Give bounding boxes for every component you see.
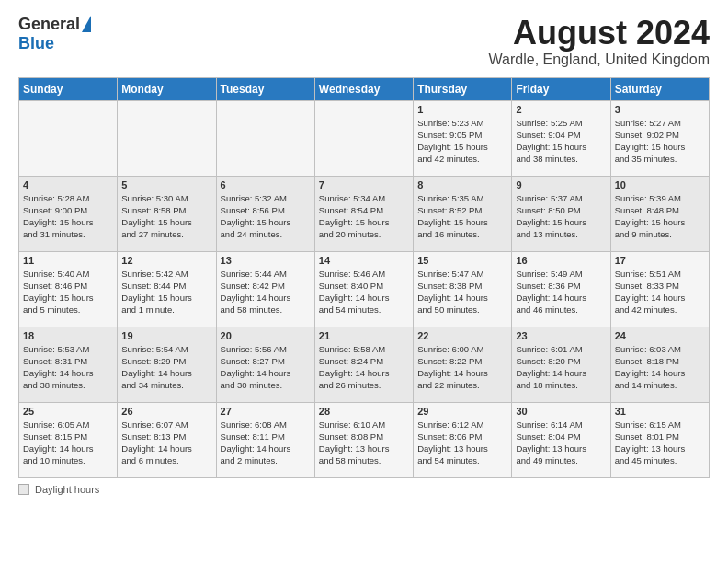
day-info: Sunrise: 5:58 AM Sunset: 8:24 PM Dayligh… [319,343,409,392]
calendar-week-row: 18Sunrise: 5:53 AM Sunset: 8:31 PM Dayli… [19,327,710,402]
day-info: Sunrise: 5:39 AM Sunset: 8:48 PM Dayligh… [615,192,705,241]
calendar-cell: 24Sunrise: 6:03 AM Sunset: 8:18 PM Dayli… [610,327,709,402]
calendar-table: SundayMondayTuesdayWednesdayThursdayFrid… [18,77,710,478]
day-number: 1 [417,104,507,115]
logo-general-text: General [18,15,80,34]
day-info: Sunrise: 5:47 AM Sunset: 8:38 PM Dayligh… [417,268,507,316]
calendar-cell: 14Sunrise: 5:46 AM Sunset: 8:40 PM Dayli… [314,251,413,327]
title-block: August 2024 Wardle, England, United King… [489,15,710,68]
calendar-cell: 20Sunrise: 5:56 AM Sunset: 8:27 PM Dayli… [216,327,314,402]
day-info: Sunrise: 5:44 AM Sunset: 8:42 PM Dayligh… [221,268,311,316]
calendar-cell: 7Sunrise: 5:34 AM Sunset: 8:54 PM Daylig… [314,176,413,251]
location-subtitle: Wardle, England, United Kingdom [489,52,710,68]
day-number: 11 [23,255,113,266]
footer: Daylight hours [18,484,710,495]
day-info: Sunrise: 5:35 AM Sunset: 8:52 PM Dayligh… [417,192,507,241]
calendar-cell: 5Sunrise: 5:30 AM Sunset: 8:58 PM Daylig… [118,176,216,251]
day-number: 7 [319,179,409,190]
day-number: 26 [121,406,211,417]
day-info: Sunrise: 6:07 AM Sunset: 8:13 PM Dayligh… [121,419,211,467]
calendar-cell: 2Sunrise: 5:25 AM Sunset: 9:04 PM Daylig… [512,100,610,176]
calendar-week-row: 4Sunrise: 5:28 AM Sunset: 9:00 PM Daylig… [19,176,710,251]
day-info: Sunrise: 5:25 AM Sunset: 9:04 PM Dayligh… [516,117,606,166]
day-number: 17 [615,255,705,266]
calendar-cell: 19Sunrise: 5:54 AM Sunset: 8:29 PM Dayli… [118,327,216,402]
day-number: 29 [417,406,507,417]
calendar-day-header: Friday [512,77,610,100]
day-number: 6 [221,179,311,190]
calendar-cell: 6Sunrise: 5:32 AM Sunset: 8:56 PM Daylig… [216,176,314,251]
day-number: 9 [516,179,606,190]
day-number: 12 [121,255,211,266]
calendar-day-header: Tuesday [216,77,314,100]
day-info: Sunrise: 5:53 AM Sunset: 8:31 PM Dayligh… [23,343,113,392]
calendar-cell: 8Sunrise: 5:35 AM Sunset: 8:52 PM Daylig… [414,176,512,251]
day-info: Sunrise: 5:23 AM Sunset: 9:05 PM Dayligh… [417,117,507,166]
calendar-cell [19,100,118,176]
calendar-day-header: Monday [118,77,216,100]
calendar-cell: 10Sunrise: 5:39 AM Sunset: 8:48 PM Dayli… [610,176,709,251]
day-info: Sunrise: 6:12 AM Sunset: 8:06 PM Dayligh… [417,419,507,467]
calendar-cell: 4Sunrise: 5:28 AM Sunset: 9:00 PM Daylig… [19,176,118,251]
day-info: Sunrise: 5:46 AM Sunset: 8:40 PM Dayligh… [319,268,409,316]
day-number: 28 [319,406,409,417]
day-number: 24 [615,330,705,341]
day-number: 4 [23,179,113,190]
day-number: 2 [516,104,606,115]
calendar-cell [216,100,314,176]
day-number: 31 [615,406,705,417]
calendar-cell: 31Sunrise: 6:15 AM Sunset: 8:01 PM Dayli… [610,402,709,477]
calendar-day-header: Wednesday [314,77,413,100]
day-info: Sunrise: 5:32 AM Sunset: 8:56 PM Dayligh… [221,192,311,241]
day-number: 15 [417,255,507,266]
day-info: Sunrise: 5:34 AM Sunset: 8:54 PM Dayligh… [319,192,409,241]
calendar-cell: 28Sunrise: 6:10 AM Sunset: 8:08 PM Dayli… [314,402,413,477]
day-info: Sunrise: 6:00 AM Sunset: 8:22 PM Dayligh… [417,343,507,392]
calendar-header-row: SundayMondayTuesdayWednesdayThursdayFrid… [19,77,710,100]
page: General Blue August 2024 Wardle, England… [0,0,728,504]
day-info: Sunrise: 5:54 AM Sunset: 8:29 PM Dayligh… [121,343,211,392]
daylight-label: Daylight hours [35,484,99,495]
calendar-cell: 12Sunrise: 5:42 AM Sunset: 8:44 PM Dayli… [118,251,216,327]
day-number: 23 [516,330,606,341]
calendar-cell: 11Sunrise: 5:40 AM Sunset: 8:46 PM Dayli… [19,251,118,327]
day-info: Sunrise: 6:14 AM Sunset: 8:04 PM Dayligh… [516,419,606,467]
calendar-day-header: Sunday [19,77,118,100]
logo: General Blue [18,15,91,53]
day-info: Sunrise: 6:08 AM Sunset: 8:11 PM Dayligh… [221,419,311,467]
day-info: Sunrise: 5:40 AM Sunset: 8:46 PM Dayligh… [23,268,113,316]
calendar-cell [118,100,216,176]
calendar-cell: 3Sunrise: 5:27 AM Sunset: 9:02 PM Daylig… [610,100,709,176]
calendar-cell: 25Sunrise: 6:05 AM Sunset: 8:15 PM Dayli… [19,402,118,477]
calendar-cell: 22Sunrise: 6:00 AM Sunset: 8:22 PM Dayli… [414,327,512,402]
day-number: 21 [319,330,409,341]
day-number: 10 [615,179,705,190]
day-number: 19 [121,330,211,341]
day-number: 27 [221,406,311,417]
day-number: 5 [121,179,211,190]
calendar-cell: 9Sunrise: 5:37 AM Sunset: 8:50 PM Daylig… [512,176,610,251]
calendar-cell: 26Sunrise: 6:07 AM Sunset: 8:13 PM Dayli… [118,402,216,477]
logo-blue-text: Blue [18,34,54,53]
day-number: 8 [417,179,507,190]
day-info: Sunrise: 6:01 AM Sunset: 8:20 PM Dayligh… [516,343,606,392]
day-info: Sunrise: 5:30 AM Sunset: 8:58 PM Dayligh… [121,192,211,241]
calendar-cell: 1Sunrise: 5:23 AM Sunset: 9:05 PM Daylig… [414,100,512,176]
day-number: 3 [615,104,705,115]
day-info: Sunrise: 5:27 AM Sunset: 9:02 PM Dayligh… [615,117,705,166]
calendar-cell: 16Sunrise: 5:49 AM Sunset: 8:36 PM Dayli… [512,251,610,327]
calendar-day-header: Thursday [414,77,512,100]
month-year-title: August 2024 [489,15,710,52]
calendar-week-row: 1Sunrise: 5:23 AM Sunset: 9:05 PM Daylig… [19,100,710,176]
day-number: 16 [516,255,606,266]
calendar-cell: 30Sunrise: 6:14 AM Sunset: 8:04 PM Dayli… [512,402,610,477]
day-info: Sunrise: 5:49 AM Sunset: 8:36 PM Dayligh… [516,268,606,316]
day-info: Sunrise: 5:42 AM Sunset: 8:44 PM Dayligh… [121,268,211,316]
header: General Blue August 2024 Wardle, England… [18,15,710,68]
day-info: Sunrise: 5:28 AM Sunset: 9:00 PM Dayligh… [23,192,113,241]
day-number: 13 [221,255,311,266]
day-number: 25 [23,406,113,417]
calendar-cell: 27Sunrise: 6:08 AM Sunset: 8:11 PM Dayli… [216,402,314,477]
day-info: Sunrise: 6:03 AM Sunset: 8:18 PM Dayligh… [615,343,705,392]
calendar-cell: 18Sunrise: 5:53 AM Sunset: 8:31 PM Dayli… [19,327,118,402]
